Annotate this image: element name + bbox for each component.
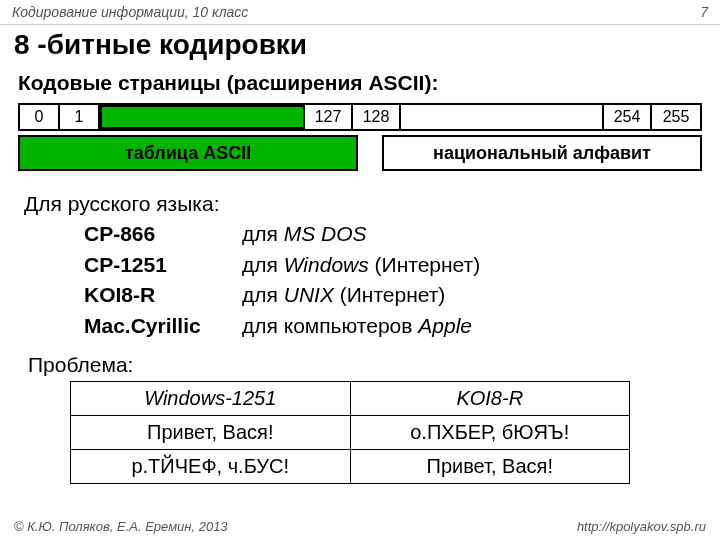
problem-table: Windows-1251 KOI8-R Привет, Вася! о.ПХБЕ… (70, 381, 630, 484)
body-text: Для русского языка: CP-866 для MS DOS CP… (0, 183, 720, 347)
range-cell-1: 1 (60, 105, 100, 129)
russian-intro: Для русского языка: (24, 189, 696, 219)
range-ascii-gap (100, 105, 305, 129)
range-row: 0 1 127 128 254 255 (18, 103, 702, 131)
cp-for: для компьютеров Apple (242, 311, 696, 341)
slide-subtitle: Кодовые страницы (расширения ASCII): (0, 67, 720, 103)
ascii-label: таблица ASCII (18, 135, 358, 171)
cp-name: KOI8-R (84, 280, 234, 310)
header-page-number: 7 (700, 4, 708, 20)
range-cell-127: 127 (305, 105, 353, 129)
range-cell-254: 254 (604, 105, 652, 129)
table-row: р.ТЙЧЕФ, ч.БУС! Привет, Вася! (71, 450, 630, 484)
table-cell: Привет, Вася! (350, 450, 630, 484)
cp-name: CP-1251 (84, 250, 234, 280)
range-national-gap (401, 105, 604, 129)
table-header: KOI8-R (350, 382, 630, 416)
cp-name: Mac.Cyrillic (84, 311, 234, 341)
codepage-list: CP-866 для MS DOS CP-1251 для Windows (И… (84, 219, 696, 341)
cp-name: CP-866 (84, 219, 234, 249)
footer-url: http://kpolyakov.spb.ru (577, 519, 706, 534)
table-cell: о.ПХБЕР, бЮЯЪ! (350, 416, 630, 450)
code-range-diagram: 0 1 127 128 254 255 таблица ASCII национ… (18, 103, 702, 175)
range-cell-128: 128 (353, 105, 401, 129)
cp-for: для Windows (Интернет) (242, 250, 696, 280)
table-header: Windows-1251 (71, 382, 351, 416)
cp-for: для UNIX (Интернет) (242, 280, 696, 310)
range-cell-255: 255 (652, 105, 700, 129)
problem-label: Проблема: (0, 347, 720, 381)
slide-title: 8 -битные кодировки (0, 25, 720, 67)
slide-header: Кодирование информации, 10 класс 7 (0, 0, 720, 25)
footer-copyright: © К.Ю. Поляков, Е.А. Еремин, 2013 (14, 519, 228, 534)
table-cell: Привет, Вася! (71, 416, 351, 450)
header-topic: Кодирование информации, 10 класс (12, 4, 248, 20)
slide-footer: © К.Ю. Поляков, Е.А. Еремин, 2013 http:/… (0, 519, 720, 534)
range-cell-0: 0 (20, 105, 60, 129)
table-cell: р.ТЙЧЕФ, ч.БУС! (71, 450, 351, 484)
national-label: национальный алфавит (382, 135, 702, 171)
range-labels: таблица ASCII национальный алфавит (18, 135, 702, 175)
cp-for: для MS DOS (242, 219, 696, 249)
table-row: Привет, Вася! о.ПХБЕР, бЮЯЪ! (71, 416, 630, 450)
table-row: Windows-1251 KOI8-R (71, 382, 630, 416)
